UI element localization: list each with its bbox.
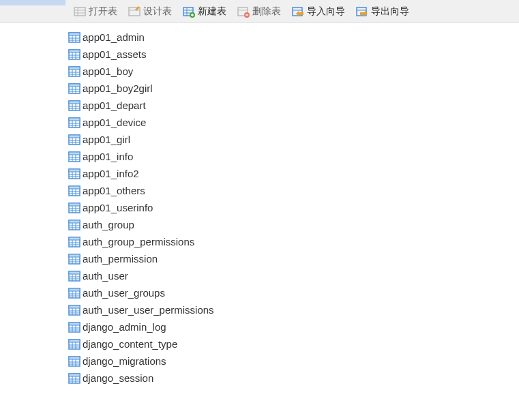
svg-rect-118 [69,305,80,308]
table-icon [68,82,80,95]
content-area: app01_adminapp01_assetsapp01_boyapp01_bo… [0,23,519,420]
table-item[interactable]: auth_user [68,267,516,284]
svg-rect-34 [69,67,80,70]
table-item[interactable]: app01_device [68,114,516,131]
table-item-label: app01_boy [83,65,133,77]
svg-rect-76 [69,186,80,189]
table-icon [68,202,80,214]
new-table-button[interactable]: 新建表 [177,3,232,20]
table-item[interactable]: django_migrations [68,352,516,370]
table-item-label: app01_admin [83,31,145,43]
table-icon [68,253,80,265]
delete-table-button[interactable]: 删除表 [232,3,286,20]
table-item[interactable]: django_content_type [68,335,516,352]
sidebar-panel [0,23,65,420]
open-table-button[interactable]: 打开表 [68,3,123,20]
new-table-icon [183,5,195,18]
table-item-label: auth_group [83,219,134,230]
svg-rect-0 [74,7,85,16]
toolbar: 打开表 设计表 新建表 删除表 导入向导 导出向导 [0,0,519,23]
svg-rect-70 [69,169,80,172]
table-item[interactable]: auth_user_user_permissions [68,301,516,318]
table-icon [68,151,80,163]
design-table-label: 设计表 [143,5,172,18]
svg-rect-124 [69,322,80,325]
table-item-label: app01_boy2girl [83,82,153,94]
table-icon [68,134,80,146]
export-wizard-label: 导出向导 [371,5,409,18]
svg-rect-28 [69,50,80,52]
table-item-label: app01_others [83,185,145,196]
table-item-label: auth_user_user_permissions [83,304,214,316]
export-icon [356,5,368,18]
design-icon [128,5,140,18]
table-item-label: django_session [83,372,153,384]
table-icon [68,270,80,282]
svg-rect-106 [69,271,80,274]
table-item[interactable]: app01_userinfo [68,199,516,216]
table-icon [74,5,86,18]
table-icon [68,338,80,350]
table-item[interactable]: app01_others [68,182,516,199]
svg-rect-64 [69,152,80,155]
svg-rect-112 [69,288,80,291]
table-item-label: auth_user [83,270,128,282]
table-item[interactable]: app01_info2 [68,165,516,182]
import-wizard-label: 导入向导 [307,5,345,18]
svg-rect-136 [69,357,80,359]
table-list: app01_adminapp01_assetsapp01_boyapp01_bo… [65,23,519,420]
table-item[interactable]: auth_permission [68,250,516,267]
table-item[interactable]: django_session [68,370,516,387]
table-icon [68,304,80,316]
table-item[interactable]: app01_boy2girl [68,80,516,97]
table-item[interactable]: app01_assets [68,46,516,63]
new-table-label: 新建表 [198,5,226,18]
svg-rect-82 [69,203,80,206]
design-table-button[interactable]: 设计表 [123,3,177,20]
table-item-label: django_migrations [83,355,166,367]
svg-rect-88 [69,220,80,223]
table-item[interactable]: app01_boy [68,63,516,80]
table-item[interactable]: django_admin_log [68,318,516,335]
table-item[interactable]: app01_girl [68,131,516,148]
svg-rect-46 [69,101,80,104]
table-icon [68,321,80,333]
delete-table-icon [237,5,250,18]
table-item-label: django_content_type [83,338,177,350]
table-icon [68,372,80,385]
table-icon [68,31,80,44]
table-item[interactable]: app01_admin [68,29,516,46]
table-item-label: app01_device [83,117,146,128]
table-item-label: app01_userinfo [83,202,153,213]
svg-rect-100 [69,254,80,257]
svg-rect-40 [69,84,80,87]
svg-rect-52 [69,118,80,121]
table-item[interactable]: auth_group_permissions [68,233,516,250]
table-item-label: app01_girl [83,134,130,145]
svg-rect-130 [69,340,80,342]
svg-rect-22 [69,33,80,35]
table-item-label: app01_info [83,151,133,162]
table-item-label: app01_info2 [83,168,139,179]
table-icon [68,100,80,112]
table-icon [68,236,80,248]
table-item-label: auth_group_permissions [83,236,194,247]
table-item-label: auth_user_groups [83,287,165,299]
table-icon [68,117,80,129]
table-item[interactable]: app01_info [68,148,516,165]
open-table-label: 打开表 [89,5,117,18]
table-item[interactable]: app01_depart [68,97,516,114]
svg-rect-94 [69,237,80,240]
table-icon [68,287,80,299]
delete-table-label: 删除表 [252,5,281,18]
table-icon [68,168,80,180]
table-item-label: app01_depart [83,100,146,111]
table-item-label: auth_permission [83,253,158,265]
table-item-label: app01_assets [83,48,146,60]
table-icon [68,65,80,78]
export-wizard-button[interactable]: 导出向导 [351,3,415,20]
table-item[interactable]: auth_group [68,216,516,233]
svg-rect-142 [69,374,80,376]
table-item[interactable]: auth_user_groups [68,284,516,301]
import-wizard-button[interactable]: 导入向导 [286,3,351,20]
